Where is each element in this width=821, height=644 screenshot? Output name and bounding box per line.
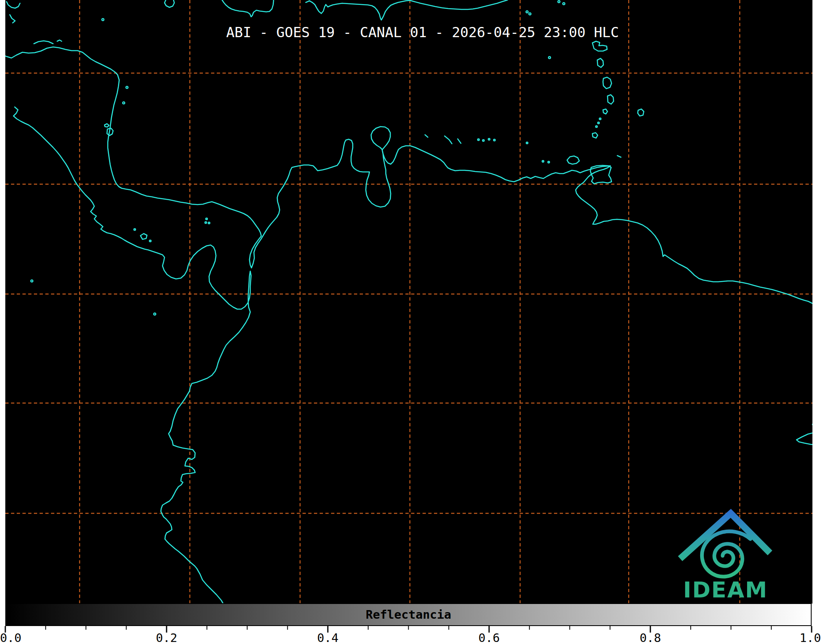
colorbar-label: Reflectancia xyxy=(366,609,452,621)
island-dot-corner xyxy=(817,2,819,4)
colorbar-tick-labels: 0.0 0.2 0.4 0.6 0.8 1.0 xyxy=(0,632,821,644)
image-title: ABI - GOES 19 - CANAL 01 - 2026-04-25 23… xyxy=(226,25,619,39)
logo-text: IDEAM xyxy=(683,577,768,603)
colorbar: Reflectancia xyxy=(5,603,812,626)
tick-label-0.0: 0.0 xyxy=(0,632,21,644)
tick-label-0.8: 0.8 xyxy=(640,632,661,644)
tick-label-0.4: 0.4 xyxy=(317,632,338,644)
tick-label-0.6: 0.6 xyxy=(478,632,500,644)
map-canvas: IDEAM xyxy=(0,0,821,644)
tick-label-1.0: 1.0 xyxy=(800,632,821,644)
tick-label-0.2: 0.2 xyxy=(156,632,177,644)
satellite-figure: IDEAM ABI - GOES 19 - CANAL 01 - 2026-04… xyxy=(0,0,821,644)
